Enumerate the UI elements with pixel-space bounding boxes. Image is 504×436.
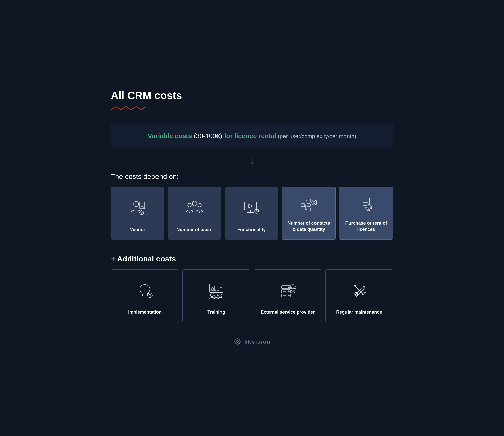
contacts-svg-icon xyxy=(300,196,317,214)
svg-point-80 xyxy=(288,295,289,296)
card-training-label: Training xyxy=(207,309,225,315)
licences-svg-icon xyxy=(358,196,375,214)
svg-point-74 xyxy=(219,294,222,297)
card-functionality: Functionality xyxy=(225,187,278,240)
vendor-svg-icon xyxy=(129,199,146,217)
svg-rect-28 xyxy=(301,204,305,207)
additional-title: + Additional costs xyxy=(111,255,393,263)
arrow-down-icon: ↓ xyxy=(249,155,255,165)
card-users-label: Number of users xyxy=(176,227,212,233)
svg-point-79 xyxy=(288,291,289,292)
svg-line-45 xyxy=(312,204,313,205)
svg-line-24 xyxy=(255,209,255,210)
svg-rect-30 xyxy=(307,204,310,207)
card-implementation-label: Implementation xyxy=(128,309,162,315)
svg-point-91 xyxy=(236,340,238,342)
card-vendor: Vendor xyxy=(111,187,164,240)
svg-line-46 xyxy=(316,200,316,201)
svg-line-43 xyxy=(312,200,313,201)
footer: kkvision xyxy=(111,337,393,346)
contacts-icon xyxy=(300,194,317,216)
svg-rect-67 xyxy=(212,288,213,291)
vendor-icon xyxy=(129,194,146,222)
svg-marker-15 xyxy=(248,204,253,208)
svg-rect-68 xyxy=(214,286,216,291)
svg-line-26 xyxy=(255,213,255,213)
brand-label: kkvision xyxy=(244,339,271,345)
card-external-label: External service provider xyxy=(261,309,315,315)
svg-point-5 xyxy=(140,211,144,215)
card-contacts: Number of contacts & data quantity xyxy=(282,187,336,240)
implementation-icon xyxy=(136,277,153,305)
training-icon xyxy=(208,277,225,305)
variable-range: (30-100€) xyxy=(192,132,224,140)
variable-label: Variable costs xyxy=(148,132,192,140)
page-title: All CRM costs xyxy=(111,90,393,102)
svg-line-44 xyxy=(316,204,316,205)
squiggle-icon xyxy=(111,105,146,112)
svg-point-12 xyxy=(188,203,191,207)
licence-label: for licence rental xyxy=(224,132,276,140)
variable-costs-banner: Variable costs (30-100€) for licence ren… xyxy=(111,125,393,147)
svg-line-96 xyxy=(235,339,235,340)
svg-point-11 xyxy=(192,201,197,206)
users-icon xyxy=(186,194,203,222)
svg-rect-31 xyxy=(307,208,310,211)
card-external: External service provider xyxy=(254,269,322,322)
depends-subtitle: The costs depend on: xyxy=(111,172,393,181)
svg-point-72 xyxy=(210,293,214,297)
svg-point-19 xyxy=(256,210,257,212)
licences-icon xyxy=(358,194,375,216)
card-licences-label: Purchase or rent of licences xyxy=(344,220,388,233)
svg-line-25 xyxy=(258,213,259,213)
svg-line-65 xyxy=(151,293,152,294)
card-contacts-label: Number of contacts & data quantity xyxy=(287,220,331,233)
svg-line-99 xyxy=(239,339,240,340)
depends-cards-row: Vendor Number of users xyxy=(111,187,393,240)
card-users: Number of users xyxy=(168,187,221,240)
svg-line-63 xyxy=(151,297,152,297)
page-container: All CRM costs Variable costs (30-100€) f… xyxy=(106,74,398,362)
card-vendor-label: Vendor xyxy=(130,227,145,233)
card-maintenance: Regular maintenance xyxy=(325,269,393,322)
svg-line-98 xyxy=(235,343,235,344)
external-icon xyxy=(279,277,296,305)
licence-detail: (per user/complexity/per month) xyxy=(276,133,356,139)
svg-point-90 xyxy=(235,339,240,344)
maintenance-svg-icon xyxy=(351,282,368,299)
svg-rect-69 xyxy=(217,287,219,291)
maintenance-icon xyxy=(351,277,368,305)
card-functionality-label: Functionality xyxy=(237,227,266,233)
kkvision-logo-icon xyxy=(233,337,241,346)
functionality-svg-icon xyxy=(243,199,260,217)
svg-point-13 xyxy=(198,203,201,207)
svg-line-97 xyxy=(239,343,240,344)
svg-line-62 xyxy=(148,293,148,294)
svg-line-27 xyxy=(258,209,259,210)
svg-rect-14 xyxy=(244,202,257,210)
card-training: Training xyxy=(182,269,250,322)
implementation-svg-icon xyxy=(136,282,153,299)
svg-point-0 xyxy=(134,201,139,207)
svg-point-84 xyxy=(291,287,295,291)
arrow-down-container: ↓ xyxy=(111,155,393,165)
functionality-icon xyxy=(243,194,260,222)
additional-cards-row: Implementation xyxy=(111,269,393,322)
training-svg-icon xyxy=(208,282,225,299)
title-underline xyxy=(111,105,393,112)
card-licences: Purchase or rent of licences xyxy=(339,187,393,240)
svg-point-38 xyxy=(313,201,315,203)
svg-rect-29 xyxy=(307,199,310,202)
svg-line-64 xyxy=(148,297,148,297)
card-implementation: Implementation xyxy=(111,269,179,322)
card-maintenance-label: Regular maintenance xyxy=(336,309,382,315)
svg-point-73 xyxy=(215,294,218,297)
external-svg-icon xyxy=(279,282,296,299)
gear-logo-icon xyxy=(233,337,241,345)
users-svg-icon xyxy=(186,199,203,217)
svg-rect-1 xyxy=(140,202,145,209)
